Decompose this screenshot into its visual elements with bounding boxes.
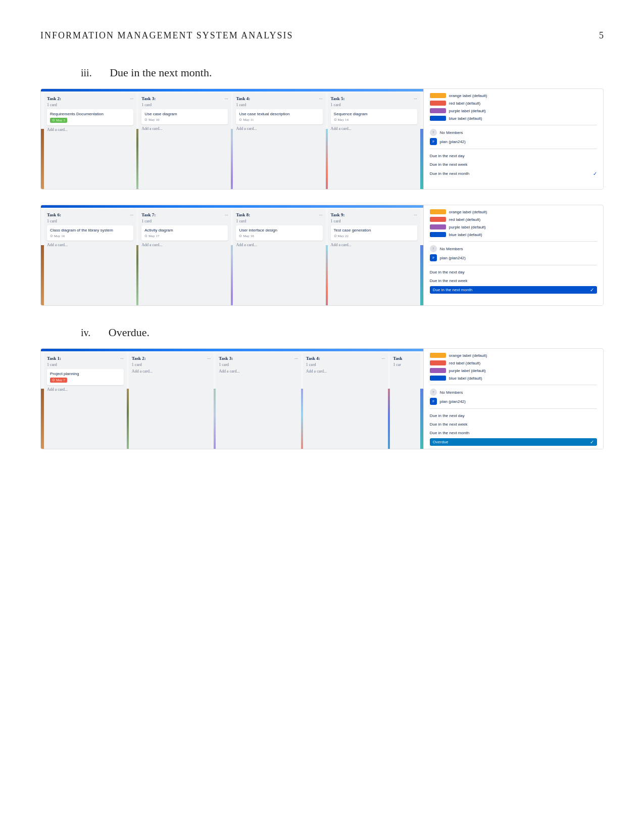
filter-next-week-label-2: Due in the next week	[430, 279, 468, 283]
col-count-task7: 1 card	[141, 219, 228, 223]
screenshot-inner-1: Task 2: ··· 1 card Requirements Document…	[41, 89, 603, 189]
col-count-task9: 1 card	[331, 219, 417, 223]
filter-next-day-3[interactable]: Due in the next day	[430, 412, 597, 419]
add-card-task3b[interactable]: Add a card...	[219, 369, 298, 374]
add-card-task4[interactable]: Add a card...	[236, 126, 322, 131]
filter-next-day-1[interactable]: Due in the next day	[430, 153, 597, 159]
col-header-task7: Task 7: ···	[141, 212, 228, 217]
red-color-swatch-2	[430, 217, 446, 222]
blue-label-text-1: blue label (default)	[449, 116, 482, 121]
label-blue-2: blue label (default)	[430, 232, 597, 237]
member-icon-plan-1: P	[430, 138, 437, 145]
card-use-case-text: Use case textual description ⊙ May 11	[236, 109, 322, 124]
col-count-task4b: 1 card	[306, 362, 385, 367]
kanban-col-task7: Task 7: ··· 1 card Activity diagram ⊙ Ma…	[138, 209, 231, 305]
kanban-col-task3b: Task 3: ··· 1 card Add a card...	[216, 353, 301, 449]
filter-next-week-3[interactable]: Due in the next week	[430, 421, 597, 428]
card-due-ui-design: ⊙ May 18	[239, 234, 319, 238]
col-header-task3: Task 3: ···	[141, 96, 228, 101]
col-menu-task3: ···	[225, 96, 228, 101]
card-ui-design: User interface design ⊙ May 18	[236, 225, 322, 241]
section-iii-title: Due in the next month.	[110, 66, 212, 79]
label-orange-2: orange label (default)	[430, 209, 597, 214]
card-title-test-case: Test case generation	[334, 228, 414, 233]
purple-label-text-3: purple label (default)	[449, 368, 486, 373]
add-card-task6[interactable]: Add a card...	[47, 243, 133, 247]
col-header-task9: Task 9: ···	[331, 212, 417, 217]
kanban-area-3: Task 1: ··· 1 card Project planning ⊙ Ma…	[41, 349, 423, 449]
filter-next-day-label-1: Due in the next day	[430, 154, 465, 158]
card-due-test-case: ⊙ May 22	[334, 234, 414, 238]
card-due-project-planning: ⊙ May 7	[50, 378, 121, 383]
card-req-doc: Requirements Documentation ⊙ May 3	[47, 109, 133, 125]
purple-label-text-2: purple label (default)	[449, 225, 486, 229]
col-title-task5: Task 5:	[331, 96, 345, 101]
col-title-task1: Task 1:	[47, 356, 61, 361]
divider-4	[430, 265, 597, 265]
label-blue-1: blue label (default)	[430, 116, 597, 121]
col-menu-task8: ···	[319, 212, 323, 217]
member-none-2: ? No Members	[430, 245, 597, 252]
kanban-col-task4: Task 4: ··· 1 card Use case textual desc…	[233, 93, 325, 189]
member-icon-plan-3: P	[430, 398, 437, 405]
card-due-activity-diag: ⊙ May 17	[144, 234, 225, 238]
page-number: 5	[599, 30, 604, 41]
orange-color-swatch-3	[430, 353, 446, 358]
blue-color-swatch-3	[430, 376, 446, 381]
divider-3	[430, 241, 597, 242]
divider-5	[430, 385, 597, 385]
col-count-task3: 1 card	[141, 103, 228, 107]
add-card-task8[interactable]: Add a card...	[236, 243, 322, 247]
add-card-task4b[interactable]: Add a card...	[306, 369, 385, 374]
add-card-task3[interactable]: Add a card...	[141, 126, 228, 131]
red-color-swatch-1	[430, 101, 446, 106]
col-count-task4: 1 card	[236, 103, 322, 107]
col-title-task4: Task 4:	[236, 96, 250, 101]
orange-label-text-2: orange label (default)	[449, 210, 487, 214]
col-header-task6: Task 6: ···	[47, 212, 133, 217]
filter-next-month-3[interactable]: Due in the next month	[430, 430, 597, 436]
card-title-class-diag: Class diagram of the library system	[50, 228, 130, 233]
filter-next-day-2[interactable]: Due in the next day	[430, 269, 597, 275]
filter-overdue-check: ✓	[590, 439, 594, 445]
label-blue-3: blue label (default)	[430, 376, 597, 381]
col-header-task2: Task 2: ···	[47, 96, 133, 101]
col-menu-task6: ···	[130, 212, 133, 217]
card-project-planning: Project planning ⊙ May 7	[47, 369, 124, 385]
add-card-task5[interactable]: Add a card...	[331, 126, 417, 131]
member-icon-plan-2: P	[430, 254, 437, 261]
kanban-col-task-partial: Task 1 car	[390, 353, 420, 449]
dropdown-panel-1: orange label (default) red label (defaul…	[423, 89, 603, 189]
col-title-task2: Task 2:	[47, 96, 61, 101]
filter-next-month-2[interactable]: Due in the next month ✓	[430, 286, 597, 294]
card-title-use-case-diag: Use case diagram	[144, 112, 225, 116]
kanban-col-task1: Task 1: ··· 1 card Project planning ⊙ Ma…	[44, 353, 127, 449]
label-red-2: red label (default)	[430, 217, 597, 222]
orange-color-swatch-1	[430, 93, 446, 98]
col-menu-task5: ···	[414, 96, 417, 101]
add-card-task7[interactable]: Add a card...	[141, 243, 228, 247]
kanban-columns-1: Task 2: ··· 1 card Requirements Document…	[41, 89, 423, 189]
section-iv-heading: iv. Overdue.	[81, 326, 604, 339]
filter-overdue[interactable]: Overdue ✓	[430, 438, 597, 446]
filter-next-month-label-2: Due in the next month	[433, 288, 472, 292]
filter-next-week-2[interactable]: Due in the next week	[430, 277, 597, 284]
col-menu-task2b: ···	[208, 356, 211, 361]
col-header-task8: Task 8: ···	[236, 212, 322, 217]
add-card-task9[interactable]: Add a card...	[331, 243, 417, 247]
label-orange-1: orange label (default)	[430, 93, 597, 98]
col-title-task8: Task 8:	[236, 212, 250, 217]
card-activity-diag: Activity diagram ⊙ May 17	[141, 225, 228, 241]
card-use-case-diag: Use case diagram ⊙ May 10	[141, 109, 228, 124]
add-card-task2[interactable]: Add a card...	[47, 127, 133, 132]
label-purple-1: purple label (default)	[430, 108, 597, 113]
member-plan-3: P plan (plan242)	[430, 398, 597, 405]
card-due-sequence-diag: ⊙ May 14	[334, 118, 414, 122]
filter-next-week-1[interactable]: Due in the next week	[430, 161, 597, 168]
member-none-label-2: No Members	[440, 247, 463, 251]
add-card-task2b[interactable]: Add a card...	[132, 369, 211, 374]
filter-next-month-1[interactable]: Due in the next month ✓	[430, 170, 597, 177]
add-card-task1[interactable]: Add a card...	[47, 387, 124, 392]
filter-next-month-check-1: ✓	[593, 171, 597, 176]
section-iii-label: iii.	[81, 67, 92, 78]
